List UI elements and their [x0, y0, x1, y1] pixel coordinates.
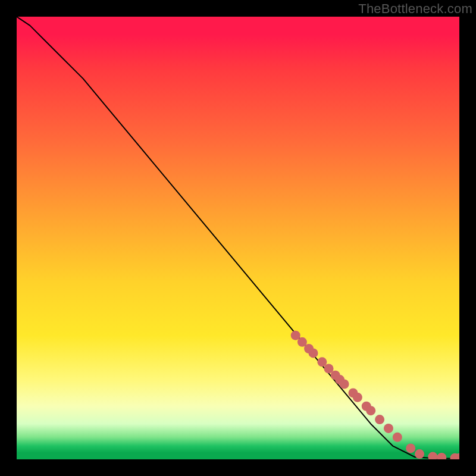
scatter-dot [340, 380, 349, 389]
scatter-dot [384, 424, 393, 433]
scatter-dot [406, 443, 415, 453]
line-series [17, 17, 459, 459]
scatter-dot [375, 415, 384, 424]
scatter-dot [366, 406, 375, 415]
scatter-dot [437, 453, 446, 459]
scatter-dot [308, 348, 318, 358]
plot-area [17, 17, 459, 459]
chart-svg [17, 17, 459, 459]
scatter-dot [353, 393, 362, 402]
scatter-dot [393, 433, 402, 442]
scatter-dot [428, 452, 437, 459]
scatter-dot [415, 449, 424, 459]
watermark-text: TheBottleneck.com [358, 1, 472, 17]
scatter-series [291, 331, 459, 459]
chart-frame: TheBottleneck.com [0, 0, 476, 476]
